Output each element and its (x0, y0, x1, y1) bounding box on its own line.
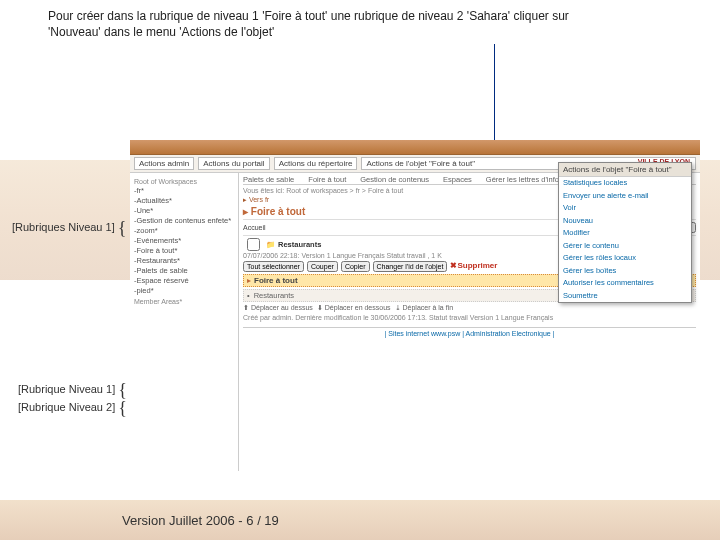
change-id-button[interactable]: Changer l'id de l'objet (373, 261, 448, 272)
menu-actions-admin[interactable]: Actions admin (134, 157, 194, 170)
app-topbar (130, 140, 700, 155)
move-end[interactable]: Déplacer à la fin (403, 304, 454, 311)
page-version: Version Juillet 2006 - 6 / 19 (122, 513, 279, 528)
side-item[interactable]: -Une* (134, 206, 234, 215)
toolbar-accueil[interactable]: Accueil (243, 224, 266, 231)
side-item[interactable]: -Actualités* (134, 196, 234, 205)
tab[interactable]: Gestion de contenus (360, 175, 429, 184)
side-item[interactable]: -zoom* (134, 226, 234, 235)
tab[interactable]: Palets de sable (243, 175, 294, 184)
side-item[interactable]: -Restaurants* (134, 256, 234, 265)
dd-comments[interactable]: Autoriser les commentaires (559, 277, 691, 290)
dd-boites[interactable]: Gérer les boîtes (559, 265, 691, 278)
cut-button[interactable]: Couper (307, 261, 338, 272)
tab[interactable]: Espaces (443, 175, 472, 184)
dd-soumettre[interactable]: Soumettre (559, 290, 691, 303)
delete-button[interactable]: ✖Supprimer (450, 261, 497, 272)
sidebar: Root of Workspaces -fr* -Actualités* -Un… (130, 173, 239, 471)
side-item[interactable]: -Espace réservé (134, 276, 234, 285)
modified-meta: Créé par admin. Dernière modification le… (243, 314, 696, 321)
label-rubrique-n2: [Rubrique Niveau 2] { (18, 398, 127, 419)
actions-objet-dropdown: Actions de l'objet "Foire à tout" Statis… (558, 162, 692, 303)
side-item[interactable]: -fr* (134, 186, 234, 195)
label-rubriques-n1: [Rubriques Niveau 1] { (12, 218, 126, 239)
tab[interactable]: Gérer les lettres d'infos (486, 175, 563, 184)
move-up[interactable]: Déplacer au dessus (251, 304, 313, 311)
menu-actions-portail[interactable]: Actions du portail (198, 157, 269, 170)
dropdown-header: Actions de l'objet "Foire à tout" (559, 163, 691, 177)
dd-nouveau[interactable]: Nouveau (559, 215, 691, 228)
dd-contenu[interactable]: Gérer le contenu (559, 240, 691, 253)
app-footer: | Sites internet www.psw | Administratio… (243, 327, 696, 337)
dd-alert[interactable]: Envoyer une alerte e-mail (559, 190, 691, 203)
side-item[interactable]: -Gestion de contenus enfete* (134, 216, 234, 225)
copy-button[interactable]: Copier (341, 261, 370, 272)
row-checkbox[interactable] (247, 238, 260, 251)
select-all-button[interactable]: Tout sélectionner (243, 261, 304, 272)
side-item[interactable]: -Palets de sable (134, 266, 234, 275)
side-item[interactable]: -pied* (134, 286, 234, 295)
dd-voir[interactable]: Voir (559, 202, 691, 215)
folder-icon: 📁 (266, 240, 275, 249)
side-item[interactable]: -Evénements* (134, 236, 234, 245)
instruction-text: Pour créer dans la rubrique de niveau 1 … (48, 8, 608, 40)
dd-modifier[interactable]: Modifier (559, 227, 691, 240)
breadcrumb-up[interactable]: ▸ Vers fr (243, 196, 269, 203)
menu-actions-repertoire[interactable]: Actions du répertoire (274, 157, 358, 170)
side-item[interactable]: -Foire à tout* (134, 246, 234, 255)
side-sec-root: Root of Workspaces (134, 178, 234, 185)
dd-stats[interactable]: Statistiques locales (559, 177, 691, 190)
dd-roles[interactable]: Gérer les rôles locaux (559, 252, 691, 265)
move-buttons: ⬆ Déplacer au dessus ⬇ Déplacer en desso… (243, 304, 696, 312)
pointer-arrow (494, 44, 495, 154)
move-down[interactable]: Déplacer en dessous (325, 304, 391, 311)
side-sec-members: Member Areas* (134, 298, 234, 305)
cms-app: Actions admin Actions du portail Actions… (130, 140, 700, 470)
tab[interactable]: Foire à tout (308, 175, 346, 184)
